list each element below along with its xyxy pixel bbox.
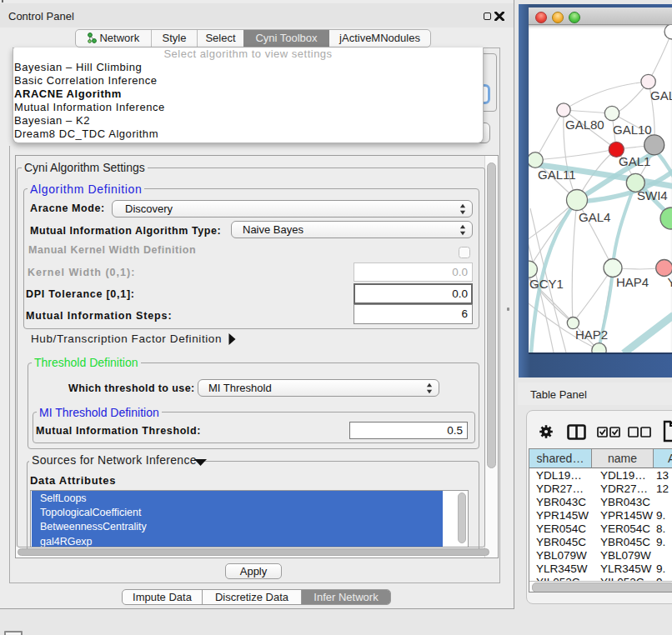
svg-text:GAL1: GAL1	[619, 154, 650, 168]
svg-text:GAL80: GAL80	[565, 118, 604, 132]
svg-text:GAL4: GAL4	[579, 210, 610, 224]
svg-text:GCY1: GCY1	[529, 277, 564, 291]
svg-text:HAP4: HAP4	[616, 275, 649, 289]
svg-text:GAL11: GAL11	[538, 168, 576, 182]
svg-text:GAL2: GAL2	[650, 88, 672, 102]
svg-text:HAP2: HAP2	[575, 328, 608, 342]
svg-text:Y: Y	[668, 275, 672, 289]
svg-text:GAL10: GAL10	[613, 122, 652, 137]
svg-text:SWI4: SWI4	[637, 188, 668, 202]
